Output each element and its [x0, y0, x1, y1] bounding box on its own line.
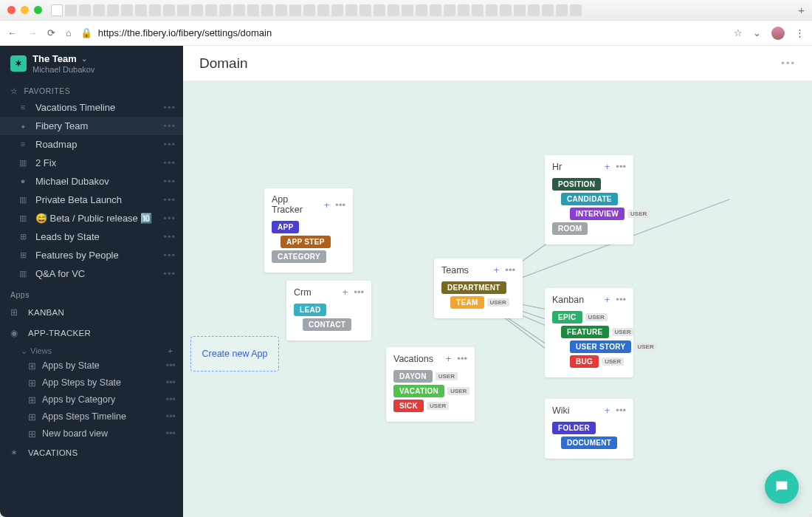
sidebar-view-item[interactable]: ⊞Apps by State•••	[0, 357, 183, 374]
card-menu-button[interactable]: •••	[616, 294, 626, 305]
browser-tab[interactable]	[374, 4, 385, 16]
entity-pill[interactable]: LEAD	[294, 304, 326, 316]
add-entity-button[interactable]: +	[446, 353, 452, 364]
sidebar-favorite-item[interactable]: ⊞Features by People•••	[0, 246, 183, 264]
item-menu-icon[interactable]: •••	[163, 120, 176, 131]
browser-tab[interactable]	[458, 4, 469, 16]
home-button[interactable]: ⌂	[66, 27, 72, 38]
browser-tab[interactable]	[65, 4, 77, 16]
browser-tab[interactable]	[177, 4, 189, 16]
add-entity-button[interactable]: +	[605, 161, 610, 172]
add-view-button[interactable]: +	[168, 346, 173, 355]
back-button[interactable]: ←	[7, 27, 17, 38]
create-app-button[interactable]: Create new App	[190, 336, 279, 372]
browser-tab[interactable]	[79, 4, 91, 16]
window-controls[interactable]	[7, 6, 42, 14]
entity-pill[interactable]: APP	[272, 221, 299, 233]
browser-tab[interactable]	[149, 4, 161, 16]
browser-tab[interactable]	[219, 4, 231, 16]
browser-tab[interactable]	[261, 4, 273, 16]
entity-pill[interactable]: FEATURE	[561, 326, 609, 338]
card-menu-button[interactable]: •••	[335, 199, 345, 210]
entity-pill[interactable]: INTERVIEW	[570, 208, 625, 220]
reload-button[interactable]: ⟳	[47, 27, 55, 38]
browser-tab[interactable]	[163, 4, 175, 16]
item-menu-icon[interactable]: •••	[163, 102, 176, 113]
browser-tab[interactable]	[317, 4, 329, 16]
entity-pill[interactable]: SICK	[393, 400, 424, 412]
browser-tab[interactable]	[107, 4, 119, 16]
entity-pill[interactable]: CONTACT	[303, 318, 351, 331]
sidebar-favorite-item[interactable]: ●Michael Dubakov•••	[0, 172, 183, 191]
workspace-switcher[interactable]: ✶ The Team⌄ Michael Dubakov	[0, 46, 183, 79]
domain-card-kanban[interactable]: Kanban+•••EPICUSERFEATUREUSERUSER STORYU…	[545, 288, 633, 377]
minimize-icon[interactable]	[21, 6, 29, 14]
browser-tab[interactable]	[528, 4, 540, 16]
browser-tab[interactable]	[303, 4, 315, 16]
domain-card-vacations[interactable]: Vacations+•••DAYONUSERVACATIONUSERSICKUS…	[386, 347, 475, 422]
page-menu-button[interactable]: •••	[781, 58, 796, 69]
browser-tab[interactable]	[205, 4, 217, 16]
item-menu-icon[interactable]: •••	[163, 176, 176, 187]
sidebar-favorite-item[interactable]: ⬥Fibery Team•••	[0, 117, 183, 135]
entity-pill[interactable]: CANDIDATE	[561, 193, 618, 205]
browser-tab[interactable]	[191, 4, 203, 16]
sidebar-app-apptracker[interactable]: ◉APP-TRACKER	[0, 323, 183, 343]
sidebar-favorite-item[interactable]: ≡Roadmap•••	[0, 135, 183, 154]
browser-tab[interactable]	[430, 4, 441, 16]
profile-avatar[interactable]	[771, 27, 785, 40]
browser-tab[interactable]	[121, 4, 133, 16]
sidebar-favorite-item[interactable]: ≡Vacations Timeline•••	[0, 98, 183, 117]
browser-menu-icon[interactable]: ⋮	[795, 27, 805, 38]
browser-tab[interactable]	[472, 4, 484, 16]
add-entity-button[interactable]: +	[324, 199, 330, 210]
entity-pill[interactable]: CATEGORY	[272, 250, 326, 263]
sidebar-view-item[interactable]: ⊞Apps Steps Timeline•••	[0, 408, 183, 425]
new-tab-button[interactable]: +	[798, 4, 805, 16]
browser-tab[interactable]	[51, 4, 63, 16]
card-menu-button[interactable]: •••	[616, 161, 626, 172]
intercom-chat-button[interactable]	[765, 470, 799, 504]
item-menu-icon[interactable]: •••	[163, 157, 176, 168]
browser-tab[interactable]	[556, 4, 568, 16]
item-menu-icon[interactable]: •••	[163, 213, 176, 224]
add-entity-button[interactable]: +	[605, 294, 610, 305]
entity-pill[interactable]: DOCUMENT	[561, 436, 617, 449]
sidebar-favorite-item[interactable]: ▥Private Beta Launch•••	[0, 191, 183, 209]
sidebar-favorite-item[interactable]: ⊞Leads by State•••	[0, 227, 183, 246]
browser-tab[interactable]	[275, 4, 287, 16]
item-menu-icon[interactable]: •••	[166, 360, 176, 371]
browser-tab[interactable]	[542, 4, 554, 16]
item-menu-icon[interactable]: •••	[163, 194, 176, 205]
browser-tab[interactable]	[444, 4, 455, 16]
browser-tab[interactable]	[331, 4, 343, 16]
sidebar-view-item[interactable]: ⊞App Steps by State•••	[0, 374, 183, 391]
item-menu-icon[interactable]: •••	[163, 231, 176, 242]
card-menu-button[interactable]: •••	[354, 287, 364, 298]
entity-pill[interactable]: ROOM	[552, 222, 588, 235]
domain-card-app_tracker[interactable]: App Tracker+•••APPAPP STEPCATEGORY	[264, 188, 353, 273]
entity-pill[interactable]: POSITION	[552, 178, 601, 191]
sidebar-favorite-item[interactable]: ▥2 Fix•••	[0, 154, 183, 172]
browser-tab[interactable]	[500, 4, 512, 16]
card-menu-button[interactable]: •••	[616, 405, 626, 416]
item-menu-icon[interactable]: •••	[166, 394, 176, 405]
sidebar-app-kanban[interactable]: ⊞KANBAN	[0, 302, 183, 323]
sidebar-favorite-item[interactable]: ▥Q&A for VC•••	[0, 264, 183, 283]
close-icon[interactable]	[7, 6, 16, 14]
domain-card-crm[interactable]: Crm+•••LEADCONTACT	[286, 281, 371, 340]
browser-tab[interactable]	[233, 4, 245, 16]
browser-tab[interactable]	[570, 4, 582, 16]
browser-tab[interactable]	[289, 4, 301, 16]
url-input[interactable]: 🔒 https://the.fibery.io/fibery/settings/…	[80, 27, 725, 38]
forward-button[interactable]: →	[27, 27, 37, 38]
domain-card-hr[interactable]: Hr+•••POSITIONCANDIDATEINTERVIEWUSERROOM	[545, 155, 633, 244]
item-menu-icon[interactable]: •••	[163, 139, 176, 150]
browser-tab[interactable]	[345, 4, 357, 16]
entity-pill[interactable]: EPIC	[552, 311, 582, 323]
entity-pill[interactable]: BUG	[570, 355, 599, 368]
item-menu-icon[interactable]: •••	[166, 377, 176, 388]
browser-tab[interactable]	[486, 4, 498, 16]
domain-card-wiki[interactable]: Wiki+•••FOLDERDOCUMENT	[545, 399, 633, 459]
card-menu-button[interactable]: •••	[505, 264, 515, 275]
